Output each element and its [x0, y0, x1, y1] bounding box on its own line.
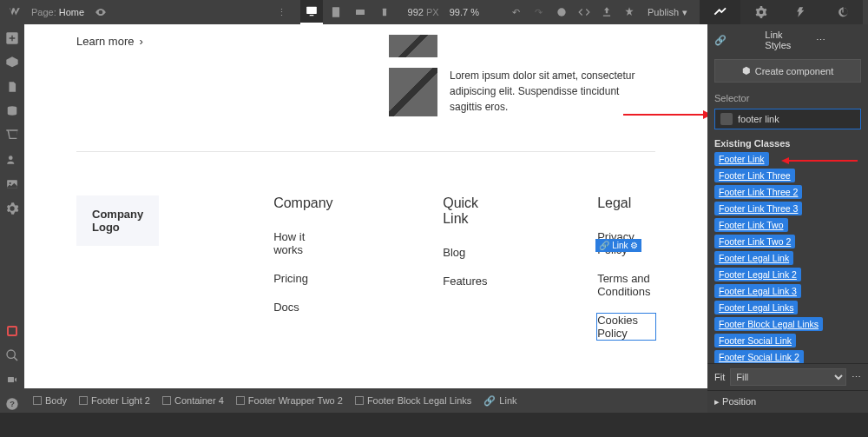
fit-row: Fit Fill ⋯ [707, 363, 868, 390]
style-manager-tab-icon[interactable] [781, 0, 822, 24]
device-switcher [300, 0, 396, 24]
svg-text:?: ? [10, 400, 15, 408]
canvas-area: Learn more › Lorem ipsum dolor sit amet,… [24, 24, 707, 413]
breadcrumb-bar: Body Footer Light 2 Container 4 Footer W… [24, 388, 707, 413]
footer-link-selected[interactable]: Cookies Policy [597, 314, 655, 340]
card-description: Lorem ipsum dolor sit amet, consectetur … [450, 68, 641, 116]
footer-link[interactable]: Blog [443, 246, 487, 259]
existing-classes-label: Existing Classes [707, 131, 868, 152]
device-tablet-icon[interactable] [325, 0, 347, 24]
class-tag[interactable]: Footer Legal Links [714, 301, 798, 315]
more-icon[interactable]: ⋮ [273, 3, 292, 22]
selected-element-badge[interactable]: 🔗Link ⚙ [595, 239, 641, 252]
card-thumbnail [389, 68, 437, 116]
pages-icon[interactable] [3, 78, 21, 96]
style-panel: 🔗 Link Styles ⋯ ⬢Create component Select… [707, 24, 868, 413]
crumb-container[interactable]: Container 4 [159, 394, 227, 407]
footer-block: Company Logo Company How it works Pricin… [76, 195, 655, 340]
svg-rect-0 [306, 7, 317, 14]
ecommerce-icon[interactable] [3, 127, 21, 144]
search-icon[interactable] [3, 347, 21, 364]
svg-rect-4 [382, 9, 385, 16]
crumb-footer-wrapper[interactable]: Footer Wrapper Two 2 [233, 394, 346, 407]
webflow-logo-icon[interactable] [5, 3, 24, 22]
footer-col-company: Company How it works Pricing Docs [273, 195, 332, 340]
more-icon[interactable]: ⋯ [852, 372, 861, 383]
annotation-arrow [788, 160, 858, 162]
record-icon[interactable] [3, 322, 21, 340]
selector-label: Selector [707, 86, 868, 107]
navigator-icon[interactable] [3, 54, 21, 71]
video-icon[interactable] [3, 371, 21, 388]
position-section[interactable]: ▸ Position [707, 390, 868, 413]
annotation-arrow [623, 114, 707, 116]
cms-icon[interactable] [3, 103, 21, 120]
class-tag[interactable]: Footer Legal Link 2 [714, 268, 801, 281]
help-icon[interactable]: ? [3, 395, 21, 413]
class-tag[interactable]: Footer Social Link [714, 334, 796, 348]
assets-icon[interactable] [3, 175, 21, 193]
export-icon[interactable] [597, 3, 616, 22]
svg-rect-2 [332, 7, 339, 17]
undo-icon[interactable]: ↶ [507, 3, 526, 22]
device-mobile-icon[interactable] [373, 0, 396, 24]
card-item: Lorem ipsum dolor sit amet, consectetur … [389, 68, 641, 116]
crumb-footer-block[interactable]: Footer Block Legal Links [352, 394, 475, 407]
crumb-footer-light[interactable]: Footer Light 2 [76, 394, 154, 407]
link-icon: 🔗 [714, 35, 760, 46]
class-tag[interactable]: Footer Link Three 3 [714, 202, 802, 215]
more-icon[interactable]: ⋯ [816, 35, 861, 46]
class-tag[interactable]: Footer Link Two 2 [714, 235, 795, 248]
footer-col-legal: Legal Privacy Policy 🔗Link ⚙ Terms and C… [597, 195, 655, 340]
svg-point-8 [9, 156, 13, 160]
class-tag[interactable]: Footer Link [714, 152, 769, 166]
selector-input[interactable]: footer link [714, 109, 861, 129]
class-tag[interactable]: Footer Link Three [714, 169, 795, 182]
comments-icon[interactable] [552, 3, 571, 22]
top-toolbar: Page: Home ⋮ 992 PX 99.7 % ↶ ↷ Publish ▾ [0, 0, 868, 24]
class-tag[interactable]: Footer Link Two [714, 218, 788, 232]
create-component-button[interactable]: ⬢Create component [714, 59, 861, 83]
users-icon[interactable] [3, 151, 21, 169]
svg-point-5 [557, 8, 565, 16]
crumb-link[interactable]: 🔗Link [480, 394, 520, 408]
class-tag[interactable]: Footer Block Legal Links [714, 317, 823, 331]
device-tablet-landscape-icon[interactable] [349, 0, 372, 24]
interactions-tab-icon[interactable] [822, 0, 863, 24]
chevron-right-icon: › [139, 35, 142, 48]
publish-button[interactable]: Publish ▾ [648, 7, 687, 18]
company-logo: Company Logo [76, 195, 159, 246]
audit-icon[interactable] [620, 3, 639, 22]
footer-link[interactable]: Terms and Conditions [597, 272, 655, 298]
class-tag[interactable]: Footer Social Link 2 [714, 350, 804, 363]
footer-col-quick: Quick Link Blog Features [443, 195, 487, 340]
style-tab-icon[interactable] [700, 0, 740, 24]
class-tag[interactable]: Footer Link Three 2 [714, 185, 802, 199]
footer-link[interactable]: Pricing [273, 272, 332, 285]
settings-icon[interactable] [3, 200, 21, 217]
class-tag[interactable]: Footer Legal Link 3 [714, 284, 801, 298]
canvas[interactable]: Learn more › Lorem ipsum dolor sit amet,… [24, 24, 707, 388]
crumb-body[interactable]: Body [30, 394, 70, 407]
fit-select[interactable]: Fill [730, 368, 846, 386]
gear-icon[interactable]: ⚙ [630, 241, 638, 250]
card-item [389, 35, 641, 57]
canvas-width: 992 PX [408, 7, 439, 17]
svg-point-10 [10, 182, 11, 184]
footer-link[interactable]: Docs [273, 301, 332, 314]
eye-icon[interactable] [91, 3, 110, 22]
settings-tab-icon[interactable] [740, 0, 781, 24]
footer-link[interactable]: How it works [273, 230, 332, 256]
redo-icon[interactable]: ↷ [529, 3, 549, 22]
code-icon[interactable] [575, 3, 594, 22]
style-panel-header: 🔗 Link Styles ⋯ [707, 24, 868, 56]
existing-classes-list: Footer LinkFooter Link ThreeFooter Link … [707, 152, 868, 363]
footer-link[interactable]: Features [443, 275, 487, 288]
svg-rect-12 [8, 377, 14, 382]
learn-more-link[interactable]: Learn more › [76, 35, 143, 48]
class-tag[interactable]: Footer Legal Link [714, 251, 793, 265]
card-thumbnail [389, 35, 437, 57]
device-desktop-icon[interactable] [300, 0, 323, 24]
svg-point-11 [7, 350, 15, 358]
add-element-icon[interactable] [3, 30, 21, 47]
